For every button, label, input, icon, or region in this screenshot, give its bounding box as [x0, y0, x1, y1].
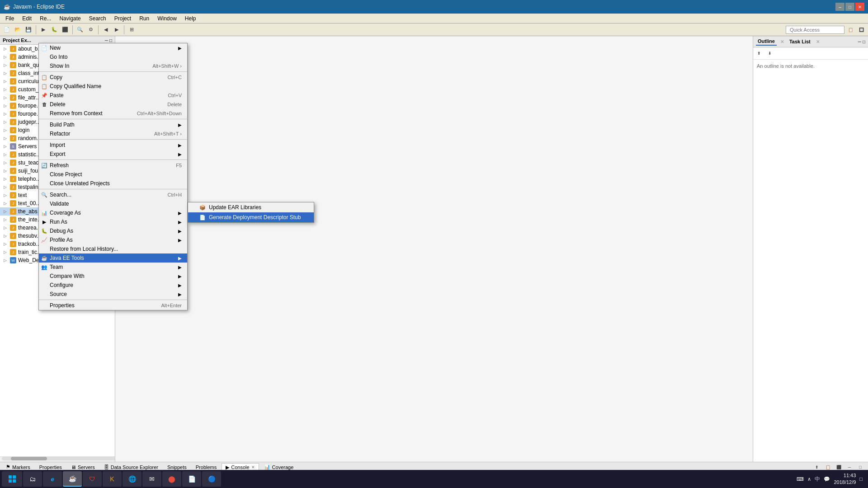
cm-goto[interactable]: Go Into [39, 52, 187, 61]
cm-configure[interactable]: Configure ▶ [39, 281, 187, 290]
pe-maximize[interactable]: □ [109, 38, 112, 43]
tab-problems-label: Problems [196, 465, 217, 470]
taskbar-pdf[interactable]: 📄 [182, 471, 201, 487]
cm-comparewith[interactable]: Compare With ▶ [39, 272, 187, 281]
outline-tb-btn2[interactable]: ⬇ [765, 48, 775, 58]
pe-folder-icon: J [10, 127, 16, 133]
taskbar-app4[interactable]: 🛡 [83, 471, 102, 487]
pe-scrollbar[interactable] [0, 456, 115, 462]
tb-back[interactable]: ◀ [101, 25, 111, 35]
tb-perspective[interactable]: ⊞ [127, 25, 137, 35]
cm-closeunrelated[interactable]: Close Unrelated Projects [39, 179, 187, 188]
menu-edit[interactable]: Edit [19, 14, 35, 23]
tb-open[interactable]: 📂 [13, 25, 23, 35]
cm-goto-label: Go Into [50, 54, 67, 60]
maximize-button[interactable]: □ [845, 3, 854, 11]
outline-tb-btn1[interactable]: ⬆ [754, 48, 764, 58]
taskbar-tray-expand[interactable]: ∧ [807, 476, 811, 482]
pe-expand-icon: ▷ [4, 258, 8, 263]
cm-remove[interactable]: Remove from Context Ctrl+Alt+Shift+Down [39, 109, 187, 118]
cm-import[interactable]: Import ▶ [39, 141, 187, 150]
menu-file[interactable]: File [2, 14, 18, 23]
cm-properties[interactable]: Properties Alt+Enter [39, 301, 187, 310]
cm-comparewith-arrow: ▶ [178, 274, 182, 279]
outline-controls: ─ □ [858, 39, 865, 44]
tasklist-close[interactable]: ✕ [816, 39, 820, 44]
cm-showin[interactable]: Show In Alt+Shift+W › [39, 61, 187, 70]
pe-item-label: thearea... [18, 225, 41, 231]
cm-team[interactable]: 👥 Team ▶ [39, 263, 187, 272]
tab-console-close[interactable]: ✕ [251, 465, 255, 469]
cm-source[interactable]: Source ▶ [39, 290, 187, 299]
close-button[interactable]: ✕ [855, 3, 864, 11]
tb-search[interactable]: 🔍 [75, 25, 85, 35]
pe-expand-icon: ▷ [4, 47, 8, 51]
cm-restorefromlocal[interactable]: Restore from Local History... [39, 244, 187, 253]
outline-tab[interactable]: Outline [756, 38, 777, 46]
cm-coverageas[interactable]: 📊 Coverage As ▶ [39, 208, 187, 217]
pe-folder-icon: J [10, 176, 16, 182]
menu-search[interactable]: Search [85, 14, 110, 23]
tb-save[interactable]: 💾 [24, 25, 33, 35]
outline-close[interactable]: ✕ [780, 39, 784, 44]
start-button[interactable] [2, 471, 22, 487]
tb-open-perspective[interactable]: 📋 [845, 25, 855, 35]
menu-run[interactable]: Run [136, 14, 153, 23]
taskbar-mail[interactable]: ✉ [142, 471, 161, 487]
menu-window[interactable]: Window [154, 14, 180, 23]
tasklist-tab[interactable]: Task List [788, 38, 812, 45]
menu-navigate[interactable]: Navigate [56, 14, 84, 23]
taskbar-ie[interactable]: e [43, 471, 62, 487]
cm-export[interactable]: Export ▶ [39, 150, 187, 159]
cm-copy[interactable]: 📋 Copy Ctrl+C [39, 73, 187, 82]
cm-search[interactable]: 🔍 Search... Ctrl+H [39, 190, 187, 199]
outline-maximize[interactable]: □ [863, 39, 865, 44]
cm-refactor[interactable]: Refactor Alt+Shift+T › [39, 129, 187, 138]
clock-time: 11:43 [834, 472, 856, 479]
taskbar-browser[interactable]: 🌐 [123, 471, 142, 487]
taskbar-app10[interactable]: 🔵 [202, 471, 221, 487]
outline-minimize[interactable]: ─ [858, 39, 861, 44]
taskbar-app8[interactable]: ⬤ [162, 471, 181, 487]
cm-search-label: Search... [50, 192, 71, 198]
tb-stop[interactable]: ⬛ [60, 25, 70, 35]
tb-new[interactable]: 📄 [2, 25, 12, 35]
menu-project[interactable]: Project [111, 14, 135, 23]
toolbar: 📄 📂 💾 ▶ 🐛 ⬛ 🔍 ⚙ ◀ ▶ ⊞ 📋 🔲 [0, 23, 868, 36]
cm-debugas[interactable]: 🐛 Debug As ▶ [39, 226, 187, 235]
tb-settings[interactable]: ⚙ [86, 25, 96, 35]
javaee-submenu: 📦 Update EAR Libraries 📄 Generate Deploy… [188, 202, 314, 223]
tb-view[interactable]: 🔲 [856, 25, 866, 35]
submenu-update-ear[interactable]: 📦 Update EAR Libraries [188, 202, 314, 212]
tb-debug[interactable]: 🐛 [49, 25, 59, 35]
pe-minimize[interactable]: ─ [105, 38, 108, 43]
taskbar-chat[interactable]: 💬 [824, 476, 830, 482]
cm-delete[interactable]: 🗑 Delete Delete [39, 100, 187, 109]
cm-copyqualified[interactable]: 📋 Copy Qualified Name [39, 82, 187, 91]
cm-runas[interactable]: ▶ Run As ▶ [39, 217, 187, 226]
cm-validate[interactable]: Validate [39, 199, 187, 208]
menu-help[interactable]: Help [181, 14, 200, 23]
cm-refresh[interactable]: 🔄 Refresh F5 [39, 161, 187, 170]
windows-icon [9, 475, 16, 483]
cm-paste-shortcut: Ctrl+V [159, 93, 182, 98]
cm-paste[interactable]: 📌 Paste Ctrl+V [39, 91, 187, 100]
taskbar-app5[interactable]: K [103, 471, 122, 487]
cm-javaeetools[interactable]: ☕ Java EE Tools ▶ [39, 253, 187, 263]
taskbar-eclipse[interactable]: ☕ [63, 471, 82, 487]
taskbar-files[interactable]: 🗂 [23, 471, 42, 487]
minimize-button[interactable]: – [835, 3, 844, 11]
cm-new[interactable]: 📄 New ▶ [39, 43, 187, 52]
cm-buildpath[interactable]: Build Path ▶ [39, 120, 187, 129]
tb-run[interactable]: ▶ [38, 25, 48, 35]
menu-refactor[interactable]: Re... [36, 14, 55, 23]
quick-access-input[interactable] [786, 26, 844, 34]
pe-item-label: text_00... [18, 200, 40, 206]
taskbar-notify[interactable]: □ [859, 476, 863, 482]
cm-javaeetools-arrow: ▶ [178, 256, 182, 261]
submenu-generate-descriptor[interactable]: 📄 Generate Deployment Descriptor Stub [188, 212, 314, 222]
cm-closeproject[interactable]: Close Project [39, 170, 187, 179]
pe-expand-icon: ▷ [4, 193, 8, 197]
tb-forward[interactable]: ▶ [112, 25, 122, 35]
cm-profileas[interactable]: 📈 Profile As ▶ [39, 235, 187, 244]
